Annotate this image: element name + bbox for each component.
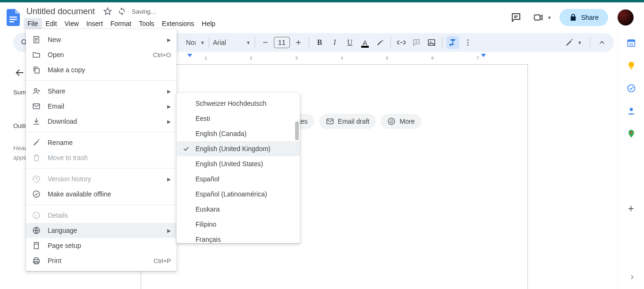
language-option[interactable]: Español bbox=[177, 171, 300, 187]
svg-point-22 bbox=[34, 88, 37, 91]
svg-point-17 bbox=[627, 85, 635, 92]
suggestion-chip[interactable]: @More bbox=[381, 114, 421, 129]
share-button[interactable]: Share bbox=[559, 9, 608, 26]
doc-icon bbox=[32, 35, 41, 44]
italic-icon[interactable]: I bbox=[328, 36, 341, 49]
font-size-input[interactable]: 11 bbox=[274, 37, 290, 48]
pagesetup-icon bbox=[32, 241, 41, 250]
language-option[interactable]: Eesti bbox=[177, 111, 300, 126]
menubar-item-extensions[interactable]: Extensions bbox=[158, 18, 198, 29]
menu-item-make-available-offline[interactable]: Make available offline bbox=[26, 187, 177, 202]
svg-point-24 bbox=[33, 191, 40, 197]
increase-font-icon[interactable] bbox=[292, 36, 305, 49]
underline-icon[interactable]: U bbox=[343, 36, 356, 49]
menubar-item-file[interactable]: File bbox=[24, 18, 42, 29]
share-label: Share bbox=[581, 14, 599, 21]
language-option[interactable]: Français bbox=[177, 232, 300, 243]
close-outline-icon[interactable] bbox=[13, 66, 26, 79]
doc-title[interactable]: Untitled document bbox=[24, 6, 98, 17]
language-option[interactable]: English (Canada) bbox=[177, 126, 300, 141]
language-option[interactable]: Schweizer Hochdeutsch bbox=[177, 96, 300, 111]
keep-icon[interactable] bbox=[627, 61, 636, 70]
comments-history-icon[interactable] bbox=[507, 8, 525, 27]
menubar-item-insert[interactable]: Insert bbox=[83, 18, 107, 29]
decrease-font-icon[interactable] bbox=[259, 36, 272, 49]
clear-formatting-icon[interactable] bbox=[446, 36, 459, 49]
contacts-icon[interactable] bbox=[627, 106, 636, 116]
svg-rect-1 bbox=[9, 19, 17, 20]
menu-item-share[interactable]: Share▶ bbox=[26, 84, 177, 99]
menu-item-download[interactable]: Download▶ bbox=[26, 114, 177, 129]
menu-item-page-setup[interactable]: Page setup bbox=[26, 238, 177, 253]
check-icon bbox=[182, 145, 190, 153]
menubar-item-edit[interactable]: Edit bbox=[42, 18, 61, 29]
menu-item-open[interactable]: OpenCtrl+O bbox=[26, 47, 177, 62]
menubar-item-help[interactable]: Help bbox=[198, 18, 219, 29]
bold-icon[interactable]: B bbox=[313, 36, 326, 49]
svg-point-4 bbox=[22, 40, 26, 44]
chip-icon: @ bbox=[387, 117, 396, 126]
adduser-icon bbox=[32, 86, 41, 96]
side-rail: 31 + bbox=[618, 30, 644, 289]
submenu-arrow-icon: ▶ bbox=[167, 104, 171, 109]
highlight-icon[interactable] bbox=[373, 36, 387, 49]
insert-image-icon[interactable] bbox=[425, 36, 438, 49]
editing-mode-dropdown[interactable]: ▼ bbox=[562, 36, 585, 49]
svg-rect-27 bbox=[34, 242, 39, 249]
saving-status: Saving… bbox=[132, 8, 157, 15]
paragraph-style-dropdown[interactable]: Normal text▼ bbox=[186, 39, 205, 46]
menu-separator bbox=[26, 132, 177, 132]
menu-item-version-history: Version history▶ bbox=[26, 171, 177, 187]
indent-marker-left-icon[interactable] bbox=[187, 54, 193, 60]
language-option[interactable]: English (United States) bbox=[177, 156, 300, 171]
suggestion-chip[interactable]: Email draft bbox=[319, 114, 376, 129]
info-icon bbox=[32, 211, 41, 220]
print-icon bbox=[32, 256, 41, 265]
submenu-arrow-icon: ▶ bbox=[167, 228, 171, 233]
globe-icon bbox=[32, 226, 41, 235]
font-family-dropdown[interactable]: Arial▼ bbox=[213, 39, 251, 46]
more-icon[interactable] bbox=[461, 36, 475, 49]
language-option[interactable]: Filipino bbox=[177, 217, 300, 232]
ruler-tick: 3 bbox=[274, 56, 319, 60]
menu-item-new[interactable]: New▶ bbox=[26, 32, 177, 47]
trash-icon bbox=[32, 153, 41, 162]
svg-rect-2 bbox=[9, 21, 14, 22]
menu-item-details: Details bbox=[26, 208, 177, 223]
maps-icon[interactable] bbox=[627, 129, 636, 138]
menu-item-print[interactable]: PrintCtrl+P bbox=[26, 253, 177, 268]
lock-icon bbox=[569, 13, 577, 22]
language-option[interactable]: Euskara bbox=[177, 202, 300, 217]
copy-icon bbox=[32, 65, 41, 75]
collapse-toolbar-icon[interactable] bbox=[595, 35, 609, 50]
star-icon[interactable] bbox=[103, 7, 112, 16]
language-option[interactable]: Español (Latinoamérica) bbox=[177, 187, 300, 202]
menubar-item-format[interactable]: Format bbox=[107, 18, 135, 29]
insert-link-icon[interactable] bbox=[395, 36, 408, 49]
menubar-item-view[interactable]: View bbox=[61, 18, 83, 29]
submenu-arrow-icon: ▶ bbox=[167, 37, 171, 42]
submenu-arrow-icon: ▶ bbox=[167, 177, 171, 182]
indent-marker-right-icon[interactable] bbox=[481, 54, 486, 60]
svg-point-8 bbox=[467, 42, 469, 43]
svg-text:31: 31 bbox=[629, 42, 633, 46]
svg-text:@: @ bbox=[390, 119, 394, 124]
tasks-icon[interactable] bbox=[627, 84, 636, 93]
account-avatar[interactable] bbox=[618, 9, 634, 26]
add-comment-icon[interactable] bbox=[410, 36, 423, 49]
docs-logo-icon[interactable] bbox=[4, 8, 23, 27]
menu-item-rename[interactable]: Rename bbox=[26, 135, 177, 150]
meet-button[interactable]: ▼ bbox=[533, 8, 552, 27]
menu-item-language[interactable]: Language▶ bbox=[26, 223, 177, 238]
file-menu: New▶OpenCtrl+OMake a copyShare▶Email▶Dow… bbox=[26, 29, 177, 271]
get-addons-icon[interactable]: + bbox=[622, 199, 641, 218]
menu-item-make-a-copy[interactable]: Make a copy bbox=[26, 62, 177, 77]
text-color-icon[interactable]: A bbox=[358, 36, 372, 49]
menubar-item-tools[interactable]: Tools bbox=[135, 18, 158, 29]
svg-point-18 bbox=[629, 108, 633, 111]
menu-item-email[interactable]: Email▶ bbox=[26, 99, 177, 114]
hide-side-panel-icon[interactable] bbox=[629, 274, 636, 280]
history-icon bbox=[32, 174, 41, 184]
calendar-icon[interactable]: 31 bbox=[627, 38, 636, 48]
language-option[interactable]: English (United Kingdom) bbox=[177, 141, 300, 156]
